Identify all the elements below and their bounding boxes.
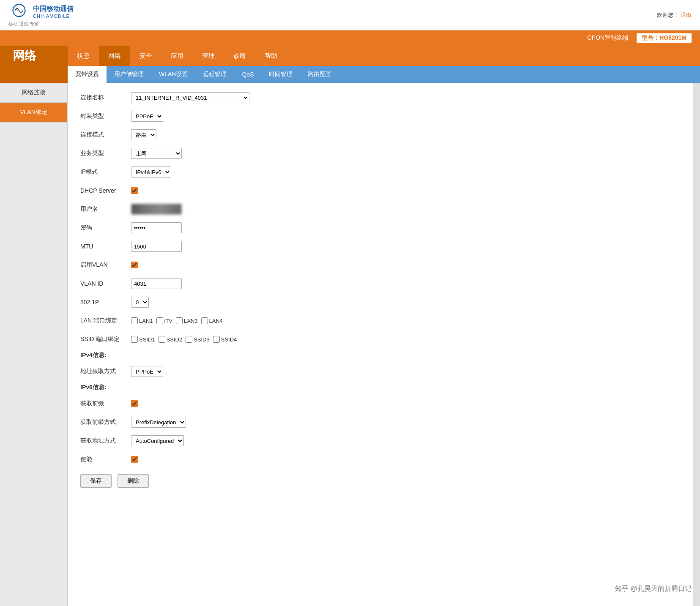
device-model: 型号：HG6201M [637, 33, 692, 43]
field-encap: PPPoE [131, 111, 163, 122]
select-connection-name[interactable]: 11_INTERNET_R_VID_4031 [131, 92, 249, 103]
ssid2-label[interactable]: SSID2 [159, 336, 183, 343]
field-password [131, 222, 182, 233]
select-get-prefix-method[interactable]: PrefixDelegation [131, 417, 186, 428]
form-row-ssid-bind: SSID 端口绑定 SSID1 SSID2 SSID3 SSID4 [80, 333, 681, 346]
field-username [131, 204, 182, 215]
nav-section-title: 网络 [0, 46, 68, 66]
sub-item-wlan[interactable]: WLAN设置 [151, 66, 195, 83]
field-enable-vlan [131, 262, 138, 268]
nav-item-help[interactable]: 帮助 [255, 46, 287, 66]
nav-item-manage[interactable]: 管理 [193, 46, 224, 66]
form-row-vlan-id: VLAN ID [80, 277, 681, 290]
checkbox-lan4[interactable] [201, 317, 208, 324]
checkbox-itv[interactable] [156, 317, 163, 324]
sub-item-broadband[interactable]: 宽带设置 [68, 66, 107, 83]
nav-item-status[interactable]: 状态 [68, 46, 99, 66]
label-enable: 使能 [80, 456, 131, 463]
checkbox-lan3[interactable] [176, 317, 183, 324]
mtu-input[interactable] [131, 241, 182, 252]
save-button[interactable]: 保存 [80, 474, 112, 488]
logo-area: 中国移动通信 CHINAMOBILE 移动 通信 专家 [8, 3, 74, 27]
sub-item-user-side[interactable]: 用户侧管理 [107, 66, 151, 83]
sub-item-remote[interactable]: 远程管理 [195, 66, 234, 83]
field-lan-bind: LAN1 iTV LAN3 LAN4 [131, 317, 223, 324]
logo-cn: 中国移动通信 [33, 5, 74, 14]
select-addr-mode[interactable]: PPPoE [131, 366, 163, 377]
label-addr-mode: 地址获取方式 [80, 368, 131, 375]
form-row-dot1p: 802.1P 0 [80, 296, 681, 308]
nav-items: 状态 网络 安全 应用 管理 诊断 帮助 [68, 46, 287, 66]
form-row-encap: 封装类型 PPPoE [80, 110, 681, 123]
lan4-label[interactable]: LAN4 [201, 317, 223, 324]
logout-link[interactable]: 退出 [681, 12, 692, 18]
select-dot1p[interactable]: 0 [131, 297, 149, 308]
field-ip-mode: IPv4&IPv6 [131, 167, 171, 177]
sidebar-item-network-connection[interactable]: 网络连接 [0, 83, 67, 103]
logo-en: CHINAMOBILE [33, 14, 74, 19]
nav-item-security[interactable]: 安全 [130, 46, 161, 66]
ssid3-label[interactable]: SSID3 [186, 336, 210, 343]
button-area: 保存 删除 [80, 474, 681, 496]
label-get-prefix: 获取前缀 [80, 400, 131, 407]
sub-item-time[interactable]: 时间管理 [261, 66, 300, 83]
ssid4-label[interactable]: SSID4 [213, 336, 237, 343]
form-row-get-addr-method: 获取地址方式 AutoConfigured [80, 434, 681, 447]
field-mode: 路由 [131, 129, 156, 140]
logo-text-block: 中国移动通信 CHINAMOBILE [33, 5, 74, 19]
field-dhcp [131, 187, 138, 194]
form-row-password: 密码 [80, 221, 681, 234]
vlan-id-input[interactable] [131, 278, 182, 289]
label-dot1p: 802.1P [80, 299, 131, 306]
sub-item-qos[interactable]: QoS [234, 66, 261, 83]
field-get-addr-method: AutoConfigured [131, 435, 184, 446]
checkbox-ssid1[interactable] [131, 336, 138, 343]
itv-label[interactable]: iTV [156, 317, 173, 324]
password-input[interactable] [131, 222, 182, 233]
label-get-addr-method: 获取地址方式 [80, 437, 131, 445]
nav-item-diagnose[interactable]: 诊断 [224, 46, 255, 66]
checkbox-get-prefix[interactable] [131, 400, 138, 407]
checkbox-dhcp[interactable] [131, 187, 138, 194]
sub-item-routing[interactable]: 路由配置 [300, 66, 339, 83]
ssid1-label[interactable]: SSID1 [131, 336, 155, 343]
field-service: 上网 [131, 148, 182, 159]
nav-item-network[interactable]: 网络 [99, 46, 130, 66]
scrollbar[interactable] [693, 83, 700, 606]
logo-sub: 移动 通信 专家 [8, 21, 39, 27]
label-enable-vlan: 启用VLAN [80, 261, 131, 269]
label-get-prefix-method: 获取前缀方式 [80, 418, 131, 426]
label-ip-mode: IP模式 [80, 168, 131, 176]
username-input-blurred[interactable] [131, 204, 182, 215]
checkbox-ssid4[interactable] [213, 336, 220, 343]
select-service[interactable]: 上网 [131, 148, 182, 159]
checkbox-enable-vlan[interactable] [131, 262, 138, 268]
device-bar: GPON智能终端 型号：HG6201M [0, 30, 700, 46]
field-connection-name: 11_INTERNET_R_VID_4031 [131, 92, 249, 103]
lan3-label[interactable]: LAN3 [176, 317, 198, 324]
welcome-text: 欢迎您！ [657, 12, 679, 18]
china-mobile-logo-icon [8, 3, 30, 20]
field-get-prefix [131, 400, 138, 407]
checkbox-ssid2[interactable] [159, 336, 165, 343]
nav-item-apps[interactable]: 应用 [161, 46, 193, 66]
sidebar-item-vlan-bind[interactable]: VLAN绑定 [0, 103, 67, 123]
form-row-ip-mode: IP模式 IPv4&IPv6 [80, 166, 681, 178]
lan1-label[interactable]: LAN1 [131, 317, 153, 324]
form-row-mtu: MTU [80, 240, 681, 253]
select-get-addr-method[interactable]: AutoConfigured [131, 435, 184, 446]
delete-button[interactable]: 删除 [118, 474, 149, 488]
ipv6-section-heading: IPv6信息: [80, 384, 681, 391]
select-mode[interactable]: 路由 [131, 129, 156, 140]
checkbox-lan1[interactable] [131, 317, 138, 324]
header: 中国移动通信 CHINAMOBILE 移动 通信 专家 欢迎您！ 退出 [0, 0, 700, 30]
main-nav: 网络 状态 网络 安全 应用 管理 诊断 帮助 [0, 46, 700, 66]
select-encap[interactable]: PPPoE [131, 111, 163, 122]
form-row-addr-mode: 地址获取方式 PPPoE [80, 365, 681, 378]
label-mode: 连接模式 [80, 131, 131, 139]
form-row-username: 用户名 [80, 203, 681, 216]
checkbox-ssid3[interactable] [186, 336, 192, 343]
checkbox-enable[interactable] [131, 456, 138, 463]
select-ip-mode[interactable]: IPv4&IPv6 [131, 167, 171, 177]
logo-top: 中国移动通信 CHINAMOBILE [8, 3, 74, 20]
